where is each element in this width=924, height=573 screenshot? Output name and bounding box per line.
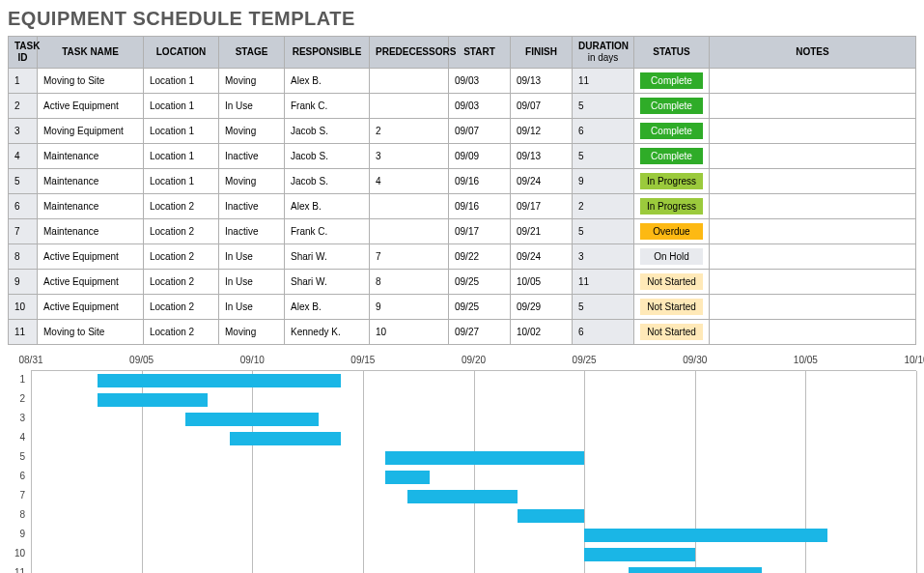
cell-duration: 5	[573, 94, 634, 119]
cell-notes	[710, 219, 916, 244]
cell-start: 09/16	[449, 194, 511, 219]
col-header-predecessors: PREDECESSORS	[370, 37, 449, 69]
cell-responsible: Kennedy K.	[285, 320, 370, 345]
gantt-row-label: 5	[8, 447, 31, 467]
cell-finish: 09/13	[511, 69, 573, 94]
cell-start: 09/22	[449, 244, 511, 270]
cell-name: Maintenance	[38, 144, 144, 169]
col-header-status: STATUS	[634, 37, 710, 69]
gantt-bar	[98, 393, 209, 407]
cell-notes	[710, 295, 916, 320]
cell-id: 8	[9, 244, 38, 270]
cell-location: Location 2	[144, 194, 219, 219]
cell-predecessors: 8	[370, 270, 449, 295]
cell-notes	[710, 320, 916, 345]
cell-stage: Moving	[219, 119, 285, 144]
cell-notes	[710, 144, 916, 169]
gantt-bar	[185, 413, 319, 426]
cell-location: Location 2	[144, 320, 219, 345]
cell-id: 7	[9, 219, 38, 244]
status-badge: Not Started	[640, 299, 703, 315]
gantt-gridline	[695, 371, 696, 573]
gantt-row-label: 4	[8, 428, 31, 447]
col-header-name: TASK NAME	[38, 37, 144, 69]
cell-finish: 09/21	[511, 219, 573, 244]
cell-start: 09/03	[449, 69, 511, 94]
cell-predecessors: 9	[370, 295, 449, 320]
col-header-finish: FINISH	[511, 37, 573, 69]
gantt-date-label: 09/25	[573, 355, 597, 365]
table-row: 5MaintenanceLocation 1MovingJacob S.409/…	[9, 169, 916, 194]
gantt-gridline	[252, 371, 253, 573]
gantt-bar	[385, 451, 584, 465]
cell-duration: 2	[573, 194, 634, 219]
cell-location: Location 1	[144, 144, 219, 169]
cell-location: Location 2	[144, 270, 219, 295]
cell-predecessors	[370, 194, 449, 219]
cell-name: Moving Equipment	[38, 119, 144, 144]
cell-id: 6	[9, 194, 38, 219]
cell-location: Location 1	[144, 94, 219, 119]
table-row: 7MaintenanceLocation 2InactiveFrank C.09…	[9, 219, 916, 244]
cell-duration: 5	[573, 219, 634, 244]
cell-predecessors: 4	[370, 169, 449, 194]
cell-name: Maintenance	[38, 169, 144, 194]
gantt-gridline	[474, 371, 475, 573]
cell-status: In Progress	[634, 169, 710, 194]
cell-id: 10	[9, 295, 38, 320]
table-row: 3Moving EquipmentLocation 1MovingJacob S…	[9, 119, 916, 144]
cell-stage: In Use	[219, 295, 285, 320]
status-badge: Complete	[640, 148, 703, 164]
table-row: 9Active EquipmentLocation 2In UseShari W…	[9, 270, 916, 295]
cell-duration: 6	[573, 320, 634, 345]
cell-id: 2	[9, 94, 38, 119]
cell-finish: 10/05	[511, 270, 573, 295]
gantt-gridline	[805, 371, 806, 573]
col-header-responsible: RESPONSIBLE	[285, 37, 370, 69]
col-header-notes: NOTES	[710, 37, 916, 69]
status-badge: Complete	[640, 123, 703, 139]
cell-finish: 09/07	[511, 94, 573, 119]
gantt-grid	[31, 370, 916, 573]
gantt-chart: 08/3109/0509/1009/1509/2009/2509/3010/05…	[8, 355, 916, 573]
gantt-date-label: 09/15	[350, 355, 375, 365]
gantt-row-label: 10	[8, 544, 31, 563]
cell-name: Maintenance	[38, 194, 144, 219]
cell-id: 1	[9, 69, 38, 94]
cell-stage: In Use	[219, 94, 285, 119]
cell-predecessors	[370, 219, 449, 244]
cell-stage: Inactive	[219, 219, 285, 244]
status-badge: Not Started	[640, 273, 703, 290]
status-badge: Complete	[640, 72, 703, 89]
page-title: EQUIPMENT SCHEDULE TEMPLATE	[8, 8, 916, 30]
cell-id: 5	[9, 169, 38, 194]
cell-id: 9	[9, 270, 38, 295]
gantt-gridline	[584, 371, 585, 573]
schedule-table: TASK ID TASK NAME LOCATION STAGE RESPONS…	[8, 36, 916, 345]
cell-duration: 11	[573, 69, 634, 94]
cell-notes	[710, 119, 916, 144]
gantt-row-label: 6	[8, 467, 31, 486]
cell-responsible: Alex B.	[285, 295, 370, 320]
cell-duration: 9	[573, 169, 634, 194]
gantt-gridline	[31, 371, 32, 573]
cell-stage: Moving	[219, 320, 285, 345]
gantt-row-label: 8	[8, 505, 31, 525]
status-badge: In Progress	[640, 173, 703, 189]
cell-predecessors: 2	[370, 119, 449, 144]
gantt-row-label: 9	[8, 525, 31, 544]
status-badge: In Progress	[640, 198, 703, 215]
cell-duration: 3	[573, 244, 634, 270]
cell-name: Active Equipment	[38, 295, 144, 320]
col-header-duration: DURATION in days	[573, 37, 634, 69]
cell-location: Location 2	[144, 244, 219, 270]
col-header-stage: STAGE	[219, 37, 285, 69]
cell-name: Moving to Site	[38, 320, 144, 345]
cell-duration: 5	[573, 144, 634, 169]
cell-start: 09/03	[449, 94, 511, 119]
gantt-date-label: 09/30	[683, 355, 707, 365]
cell-location: Location 2	[144, 295, 219, 320]
status-badge: Not Started	[640, 324, 703, 340]
cell-name: Active Equipment	[38, 270, 144, 295]
cell-id: 3	[9, 119, 38, 144]
